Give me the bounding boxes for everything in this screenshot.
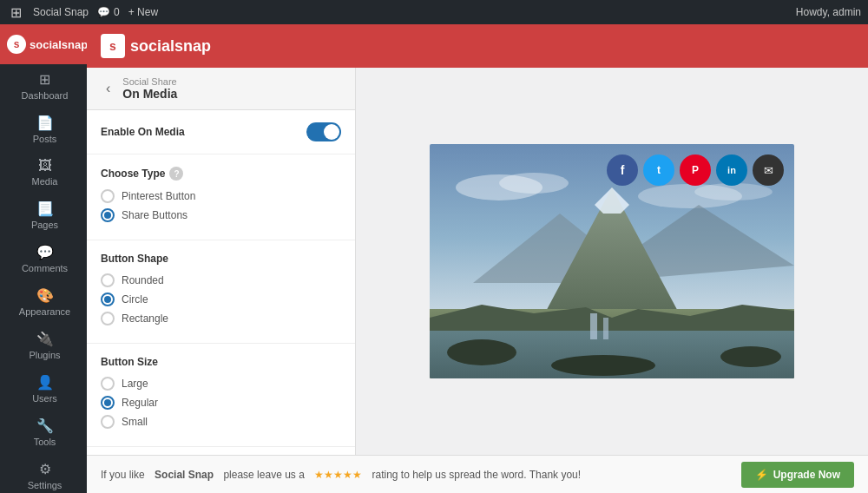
plugin-header: s socialsnap [87, 24, 868, 68]
radio-small[interactable]: Small [101, 415, 341, 429]
settings-icon: ⚙ [39, 461, 51, 477]
wp-logo-icon[interactable]: ⊞ [7, 3, 24, 21]
sidebar-item-plugins[interactable]: 🔌 Plugins [0, 324, 87, 367]
radio-circle-circle [101, 293, 115, 306]
email-icon: ✉ [764, 164, 773, 177]
radio-circle-rounded [101, 273, 115, 287]
sidebar-brand-name: socialsnap [30, 38, 87, 51]
bottom-text-3: rating to help us spread the word. Thank… [372, 469, 582, 481]
preview-image-container: f t P in ✉ [430, 144, 794, 378]
svg-point-14 [447, 339, 516, 365]
button-shape-label: Button Shape [101, 253, 341, 265]
facebook-share-btn[interactable]: f [607, 154, 638, 186]
admin-bar-new[interactable]: + New [128, 6, 158, 18]
bottom-text-1: If you like [101, 469, 145, 481]
sidebar-item-label: Users [32, 393, 57, 404]
bottom-bar: If you like Social Snap please leave us … [87, 455, 868, 493]
preview-area: f t P in ✉ [356, 68, 868, 455]
button-size-label: Button Size [101, 356, 341, 368]
radio-circle-large [101, 377, 115, 391]
enable-on-media-group: Enable On Media [87, 110, 355, 154]
plugin-header-logo: s socialsnap [101, 34, 211, 58]
stars-rating[interactable]: ★★★★★ [314, 469, 362, 481]
radio-circle[interactable]: Circle [101, 293, 341, 306]
radio-label-circle: Circle [122, 293, 148, 306]
radio-label-small: Small [122, 416, 148, 428]
choose-type-help[interactable]: ? [169, 167, 183, 181]
settings-panel: ‹ Social Share On Media Enable On Media [87, 68, 356, 455]
facebook-icon: f [621, 163, 625, 177]
button-shape-group: Button Shape Rounded Circle Rectangle [87, 240, 355, 344]
radio-label-rounded: Rounded [122, 274, 164, 286]
svg-rect-13 [603, 318, 608, 339]
radio-share[interactable]: Share Buttons [101, 208, 341, 222]
sidebar-item-media[interactable]: 🖼 Media [0, 151, 87, 194]
svg-point-2 [499, 173, 569, 194]
sidebar-logo: s socialsnap [7, 35, 87, 54]
share-buttons-overlay: f t P in ✉ [607, 154, 784, 186]
radio-pinterest[interactable]: Pinterest Button [101, 189, 341, 203]
radio-regular[interactable]: Regular [101, 396, 341, 410]
admin-bar-site[interactable]: Social Snap [33, 6, 89, 18]
sidebar-item-label: Dashboard [22, 90, 69, 101]
posts-icon: 📄 [36, 115, 54, 131]
enable-toggle-row: Enable On Media [101, 122, 341, 141]
radio-circle-regular [101, 396, 115, 410]
upgrade-icon: ⚡ [755, 469, 768, 481]
radio-rectangle[interactable]: Rectangle [101, 312, 341, 325]
svg-point-16 [551, 355, 655, 376]
svg-rect-12 [590, 313, 597, 339]
back-button[interactable]: ‹ [101, 79, 115, 98]
bottom-text-2: please leave us a [223, 469, 304, 481]
sidebar-item-dashboard[interactable]: ⊞ Dashboard [0, 64, 87, 108]
sidebar-item-label: Pages [31, 220, 58, 230]
admin-bar-site-name: Social Snap [33, 6, 89, 18]
radio-label-share: Share Buttons [122, 209, 187, 221]
email-share-btn[interactable]: ✉ [753, 154, 784, 186]
sidebar-item-posts[interactable]: 📄 Posts [0, 108, 87, 151]
radio-rounded[interactable]: Rounded [101, 273, 341, 287]
sidebar-item-users[interactable]: 👤 Users [0, 367, 87, 411]
visibility-group: Visibility Always Visible On Hover [87, 447, 355, 455]
sidebar-plugin-header: s socialsnap [0, 24, 87, 64]
radio-circle-small [101, 415, 115, 429]
plugin-brand-name: socialsnap [130, 37, 211, 56]
twitter-icon: t [657, 164, 661, 176]
sidebar-item-settings[interactable]: ⚙ Settings [0, 454, 87, 493]
radio-label-regular: Regular [122, 397, 158, 409]
radio-label-rectangle: Rectangle [122, 312, 168, 325]
svg-point-4 [694, 183, 773, 200]
settings-panel-header: ‹ Social Share On Media [87, 68, 355, 110]
panel-breadcrumb: Social Share [122, 76, 177, 87]
sidebar-item-label: Posts [33, 134, 57, 144]
upgrade-button[interactable]: ⚡ Upgrade Now [741, 462, 854, 488]
enable-toggle[interactable] [306, 122, 341, 141]
sidebar-item-appearance[interactable]: 🎨 Appearance [0, 280, 87, 324]
radio-circle-share [101, 208, 115, 222]
choose-type-label: Choose Type ? [101, 167, 341, 181]
users-icon: 👤 [36, 374, 54, 391]
comments-icon: 💬 [36, 244, 54, 260]
sidebar-item-label: Tools [34, 437, 56, 447]
howdy-label: Howdy, admin [796, 6, 861, 18]
sidebar-item-comments[interactable]: 💬 Comments [0, 237, 87, 280]
sidebar-logo-icon: s [7, 35, 26, 54]
media-icon: 🖼 [38, 158, 52, 174]
sidebar-item-pages[interactable]: 📃 Pages [0, 194, 87, 237]
admin-bar-comments[interactable]: 💬 0 [97, 6, 120, 18]
radio-circle-rectangle [101, 312, 115, 325]
main-layout: s socialsnap ⊞ Dashboard 📄 Posts 🖼 Media… [0, 24, 868, 493]
sidebar-item-tools[interactable]: 🔧 Tools [0, 411, 87, 454]
dashboard-icon: ⊞ [39, 71, 50, 88]
pinterest-share-btn[interactable]: P [680, 154, 711, 186]
linkedin-share-btn[interactable]: in [716, 154, 747, 186]
sidebar: s socialsnap ⊞ Dashboard 📄 Posts 🖼 Media… [0, 24, 87, 493]
panel-title: On Media [122, 87, 177, 101]
radio-large[interactable]: Large [101, 377, 341, 391]
admin-bar: ⊞ Social Snap 💬 0 + New Howdy, admin [0, 0, 868, 24]
pages-icon: 📃 [36, 200, 54, 217]
radio-circle-pinterest [101, 189, 115, 203]
twitter-share-btn[interactable]: t [643, 154, 674, 186]
radio-label-pinterest: Pinterest Button [122, 190, 195, 202]
choose-type-group: Choose Type ? Pinterest Button Share But… [87, 154, 355, 240]
